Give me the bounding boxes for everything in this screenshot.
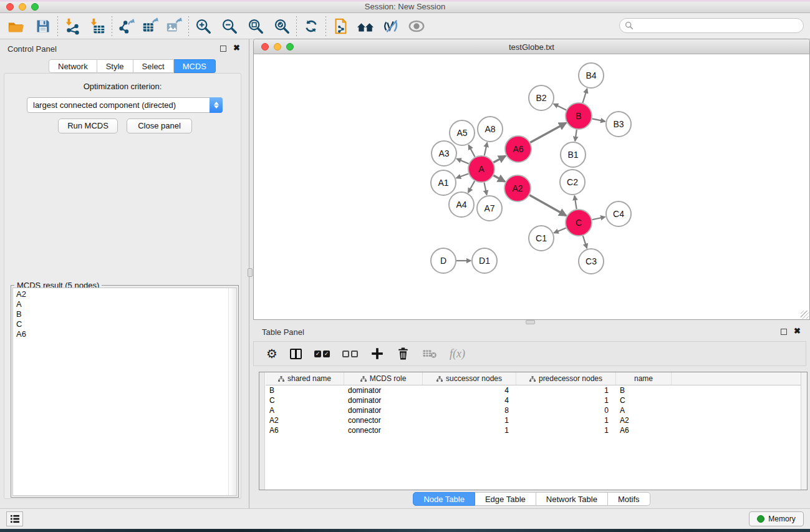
table-body[interactable]: Bdominator41BCdominator41CAdominator80AA… bbox=[266, 385, 801, 490]
zoom-fit-icon[interactable] bbox=[245, 16, 266, 37]
graph-edge[interactable] bbox=[582, 89, 587, 103]
tab-network-table[interactable]: Network Table bbox=[536, 492, 608, 506]
table-cell[interactable]: C bbox=[266, 395, 344, 405]
table-cell[interactable]: B bbox=[616, 385, 672, 395]
search-input[interactable] bbox=[637, 20, 803, 31]
zoom-out-icon[interactable] bbox=[219, 16, 240, 37]
table-cell[interactable]: C bbox=[616, 395, 672, 405]
criterion-dropdown[interactable]: largest connected component (directed) bbox=[27, 97, 223, 113]
table-row[interactable]: A2connector11A2 bbox=[266, 415, 801, 425]
network-canvas[interactable]: B4B2BB3A5A8A6A3AB1A1C2A2A4A7C4CC1C3DD1 bbox=[254, 54, 809, 319]
close-panel-icon[interactable]: ✖ bbox=[233, 43, 240, 52]
export-table-icon[interactable] bbox=[140, 16, 161, 37]
graph-edge[interactable] bbox=[554, 228, 566, 233]
select-all-rows-icon[interactable]: ✓✓ bbox=[314, 351, 330, 357]
split-divider-grip[interactable] bbox=[526, 320, 535, 324]
graph-edge[interactable] bbox=[554, 104, 566, 110]
table-cell[interactable]: A2 bbox=[266, 415, 344, 425]
show-hide-eye-icon[interactable] bbox=[406, 16, 427, 37]
graph-edge[interactable] bbox=[493, 175, 504, 181]
table-cell[interactable]: 4 bbox=[423, 385, 516, 395]
result-item[interactable]: C bbox=[16, 319, 236, 329]
tab-mcds[interactable]: MCDS bbox=[174, 59, 216, 73]
table-row[interactable]: A6connector11A6 bbox=[266, 425, 801, 435]
graph-edge[interactable] bbox=[468, 181, 475, 193]
graph-edge[interactable] bbox=[456, 158, 468, 163]
column-header[interactable]: name bbox=[616, 372, 672, 385]
table-cell[interactable]: B bbox=[266, 385, 344, 395]
column-header[interactable]: predecessor nodes bbox=[516, 372, 616, 385]
result-item[interactable]: A2 bbox=[16, 289, 236, 299]
float-panel-icon[interactable] bbox=[220, 46, 226, 52]
table-cell[interactable]: 1 bbox=[516, 415, 616, 425]
table-float-icon[interactable] bbox=[781, 329, 787, 335]
tab-network[interactable]: Network bbox=[49, 59, 97, 73]
table-cell[interactable]: 0 bbox=[516, 405, 616, 415]
table-cell[interactable]: 1 bbox=[423, 425, 516, 435]
table-row[interactable]: Adominator80A bbox=[266, 405, 801, 415]
network-from-file-icon[interactable] bbox=[330, 16, 351, 37]
table-cell[interactable]: 1 bbox=[516, 425, 616, 435]
refresh-icon[interactable] bbox=[301, 16, 322, 37]
export-image-icon[interactable] bbox=[163, 16, 185, 37]
table-cell[interactable]: 1 bbox=[516, 395, 616, 405]
table-cell[interactable]: dominator bbox=[344, 395, 423, 405]
home-layout-icon[interactable] bbox=[355, 16, 376, 37]
table-cell[interactable]: dominator bbox=[344, 385, 423, 395]
table-cell[interactable]: connector bbox=[344, 415, 423, 425]
tab-edge-table[interactable]: Edge Table bbox=[475, 492, 536, 506]
table-row[interactable]: Bdominator41B bbox=[266, 385, 801, 395]
graph-edge[interactable] bbox=[485, 142, 488, 155]
table-cell[interactable]: A2 bbox=[616, 415, 672, 425]
graph-edge[interactable] bbox=[575, 130, 577, 141]
table-cell[interactable]: A bbox=[266, 405, 344, 415]
graph-edge[interactable] bbox=[583, 236, 587, 248]
column-selector-icon[interactable] bbox=[290, 349, 302, 359]
table-row[interactable]: Cdominator41C bbox=[266, 395, 801, 405]
table-cell[interactable]: connector bbox=[344, 425, 423, 435]
add-column-icon[interactable] bbox=[370, 347, 384, 360]
column-header[interactable]: MCDS role bbox=[344, 372, 423, 385]
delete-column-trash-icon[interactable] bbox=[397, 347, 410, 360]
graphics-details-icon[interactable] bbox=[380, 16, 401, 37]
table-cell[interactable]: A6 bbox=[266, 425, 344, 435]
table-cell[interactable]: dominator bbox=[344, 405, 423, 415]
zoom-selected-icon[interactable] bbox=[271, 16, 292, 37]
open-folder-icon[interactable] bbox=[5, 16, 26, 37]
table-cell[interactable]: 1 bbox=[423, 415, 516, 425]
result-item[interactable]: A bbox=[16, 299, 236, 309]
close-panel-button[interactable]: Close panel bbox=[127, 118, 192, 133]
graph-edge[interactable] bbox=[468, 145, 475, 157]
tab-node-table[interactable]: Node Table bbox=[413, 492, 475, 506]
export-network-icon[interactable] bbox=[116, 16, 137, 37]
graph-edge[interactable] bbox=[456, 173, 469, 178]
window-resize-grip[interactable] bbox=[801, 311, 809, 319]
import-table-icon[interactable] bbox=[87, 16, 108, 37]
network-graph[interactable]: B4B2BB3A5A8A6A3AB1A1C2A2A4A7C4CC1C3DD1 bbox=[254, 54, 809, 319]
panel-divider-grip[interactable] bbox=[248, 268, 253, 277]
graph-edge[interactable] bbox=[574, 196, 576, 210]
search-field[interactable] bbox=[619, 18, 804, 33]
table-settings-gear-icon[interactable]: ⚙ bbox=[266, 347, 277, 360]
import-network-icon[interactable] bbox=[62, 16, 83, 37]
mcds-result-list[interactable]: A2ABCA6 bbox=[12, 288, 237, 496]
table-cell[interactable]: A bbox=[616, 405, 672, 415]
result-item[interactable]: A6 bbox=[16, 329, 236, 339]
tab-style[interactable]: Style bbox=[97, 59, 133, 73]
result-item[interactable]: B bbox=[16, 309, 236, 319]
table-close-icon[interactable]: ✖ bbox=[794, 326, 801, 336]
graph-edge[interactable] bbox=[484, 183, 486, 195]
table-cell[interactable]: 1 bbox=[516, 385, 616, 395]
table-cell[interactable]: A6 bbox=[616, 425, 672, 435]
graph-edge[interactable] bbox=[592, 118, 605, 121]
result-list-scrollbar[interactable] bbox=[228, 288, 236, 495]
run-mcds-button[interactable]: Run MCDS bbox=[58, 118, 118, 133]
zoom-in-icon[interactable] bbox=[193, 16, 214, 37]
graph-edge[interactable] bbox=[530, 123, 566, 142]
table-cell[interactable]: 4 bbox=[423, 395, 516, 405]
column-header[interactable]: shared name bbox=[266, 372, 344, 385]
save-session-icon[interactable] bbox=[32, 16, 54, 37]
tab-select[interactable]: Select bbox=[133, 59, 174, 73]
deselect-all-rows-icon[interactable] bbox=[342, 351, 358, 357]
tab-motifs[interactable]: Motifs bbox=[608, 492, 650, 506]
